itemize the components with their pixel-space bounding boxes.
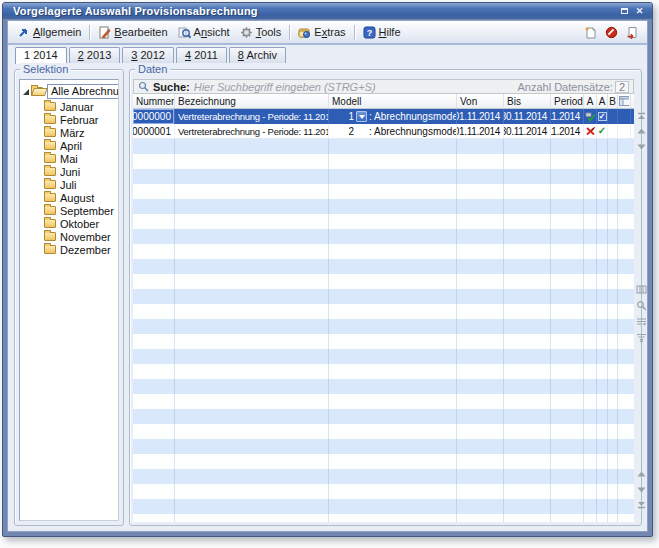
- close-button[interactable]: ✕: [632, 5, 647, 17]
- table-row[interactable]: 1000000000 Vertreterabrechnung - Periode…: [133, 109, 634, 124]
- cell-periode: 11.2014: [551, 109, 584, 124]
- tree-item-september[interactable]: September: [20, 204, 118, 217]
- column-header-modell[interactable]: Modell: [329, 94, 457, 108]
- help-icon: ?: [363, 26, 376, 39]
- new-icon: [584, 26, 597, 39]
- filter-button[interactable]: [636, 332, 647, 343]
- scroll-last-button[interactable]: [636, 499, 647, 510]
- toolbar-allgemein[interactable]: Allgemein: [12, 24, 86, 41]
- card-view-button[interactable]: [636, 284, 647, 295]
- tab-bar: 1 2014 2 2013 3 2012 4 2011 8 Archiv: [8, 45, 647, 63]
- folder-icon: [44, 102, 56, 111]
- zoom-button[interactable]: [636, 300, 647, 311]
- restore-button[interactable]: [617, 5, 632, 17]
- column-header-a2[interactable]: A: [597, 94, 608, 108]
- tree-item-januar[interactable]: Januar: [20, 100, 118, 113]
- content-area: Selektion Alle Abrechnungen Januar Febru…: [8, 63, 647, 531]
- data-grid: Suche: Hier Suchbegriff eingeben (STRG+S…: [133, 79, 634, 522]
- toolbar-bearbeiten[interactable]: Bearbeiten: [93, 24, 172, 41]
- tree-item-juni[interactable]: Juni: [20, 165, 118, 178]
- tab-2012[interactable]: 3 2012: [122, 47, 174, 63]
- folder-icon: [44, 245, 56, 254]
- tree-item-oktober[interactable]: Oktober: [20, 217, 118, 230]
- column-header-nummer[interactable]: Nummer: [133, 94, 175, 108]
- folder-icon: [44, 115, 56, 124]
- tree-item-februar[interactable]: Februar: [20, 113, 118, 126]
- modell-dropdown-button[interactable]: [356, 111, 367, 122]
- scroll-up-button[interactable]: [636, 469, 647, 480]
- scroll-down-button[interactable]: [636, 484, 647, 495]
- cell-modell: 1 : Abrechnungsmodell 1: [329, 109, 457, 124]
- expander-icon[interactable]: [23, 89, 29, 95]
- tab-2013[interactable]: 2 2013: [69, 47, 121, 63]
- extras-icon: [298, 26, 311, 39]
- tab-2014[interactable]: 1 2014: [15, 47, 67, 64]
- folder-icon: [44, 193, 56, 202]
- tree-item-mai[interactable]: Mai: [20, 152, 118, 165]
- column-header-bezeichnung[interactable]: Bezeichnung: [175, 94, 329, 108]
- title-bar[interactable]: Vorgelagerte Auswahl Provisionsabrechnun…: [3, 3, 652, 19]
- toolbar-tools[interactable]: Tools: [235, 24, 287, 41]
- selektion-panel: Selektion Alle Abrechnungen Januar Febru…: [14, 69, 124, 526]
- scroll-first-button[interactable]: [636, 111, 647, 122]
- window-title: Vorgelagerte Auswahl Provisionsabrechnun…: [13, 5, 617, 17]
- tree-item-dezember[interactable]: Dezember: [20, 243, 118, 256]
- tree-item-maerz[interactable]: März: [20, 126, 118, 139]
- abort-button[interactable]: [601, 24, 622, 41]
- toolbar-extras[interactable]: Extras: [293, 24, 350, 41]
- column-header-von[interactable]: Von: [457, 94, 504, 108]
- checkbox-checked-icon: ✓: [597, 109, 608, 124]
- toolbar-separator: [89, 25, 90, 40]
- chevron-down-icon: [359, 115, 365, 119]
- app-window: Vorgelagerte Auswahl Provisionsabrechnun…: [2, 2, 653, 537]
- new-button[interactable]: [580, 24, 601, 41]
- column-header-a1[interactable]: A: [584, 94, 597, 108]
- column-chooser-button[interactable]: [618, 94, 631, 108]
- column-header-bis[interactable]: Bis: [504, 94, 551, 108]
- cell-von: 01.11.2014: [457, 124, 504, 138]
- tree-root-alle-abrechnungen[interactable]: Alle Abrechnungen: [20, 84, 118, 99]
- view-icon: [178, 26, 191, 39]
- tree-item-juli[interactable]: Juli: [20, 178, 118, 191]
- folder-icon: [44, 206, 56, 215]
- column-chooser-icon: [619, 96, 629, 106]
- tree-item-april[interactable]: April: [20, 139, 118, 152]
- exit-button[interactable]: [622, 24, 643, 41]
- grid-empty-area: [133, 139, 634, 522]
- toolbar-hilfe[interactable]: ? Hilfe: [358, 24, 406, 41]
- column-header-b[interactable]: B: [608, 94, 618, 108]
- column-header-periode[interactable]: Periode: [551, 94, 584, 108]
- tree-item-august[interactable]: August: [20, 191, 118, 204]
- scroll-down-button[interactable]: [636, 141, 647, 152]
- toolbar-ansicht[interactable]: Ansicht: [173, 24, 235, 41]
- record-count-value: 2: [615, 81, 629, 93]
- cell-b: [608, 124, 618, 138]
- nav-arrow-icon: [17, 26, 30, 39]
- cell-periode: 11.2014: [551, 124, 584, 138]
- window-body: Allgemein Bearbeiten Ansicht Tools: [7, 20, 648, 532]
- cell-bis: 30.11.2014: [504, 124, 551, 138]
- edit-icon: [98, 26, 111, 39]
- grid-header: Nummer Bezeichnung Modell Von Bis Period…: [133, 94, 634, 109]
- summary-button[interactable]: [636, 316, 647, 327]
- folder-icon: [44, 141, 56, 150]
- cell-bezeichnung: Vertreterabrechnung - Periode: 11.2014: [175, 109, 329, 124]
- tab-2011[interactable]: 4 2011: [176, 47, 227, 63]
- folder-icon: [44, 167, 56, 176]
- restore-icon: [621, 8, 628, 14]
- table-row[interactable]: 1000000001 Vertreterabrechnung - Periode…: [133, 124, 634, 139]
- search-input[interactable]: Hier Suchbegriff eingeben (STRG+S): [194, 81, 514, 93]
- scroll-up-button[interactable]: [636, 126, 647, 137]
- cell-b: [608, 109, 618, 124]
- billed-flag-icon: [584, 109, 597, 124]
- abort-icon: [605, 26, 618, 39]
- open-folder-icon: [31, 87, 43, 96]
- search-bar[interactable]: Suche: Hier Suchbegriff eingeben (STRG+S…: [133, 79, 634, 94]
- folder-icon: [44, 128, 56, 137]
- tab-archiv[interactable]: 8 Archiv: [229, 47, 286, 63]
- toolbar-separator: [289, 25, 290, 40]
- tree-item-november[interactable]: November: [20, 230, 118, 243]
- daten-panel: Daten Suche: Hier Suchbegriff eingeben (…: [129, 69, 642, 526]
- cell-nummer: 1000000001: [133, 124, 175, 138]
- tools-icon: [240, 26, 253, 39]
